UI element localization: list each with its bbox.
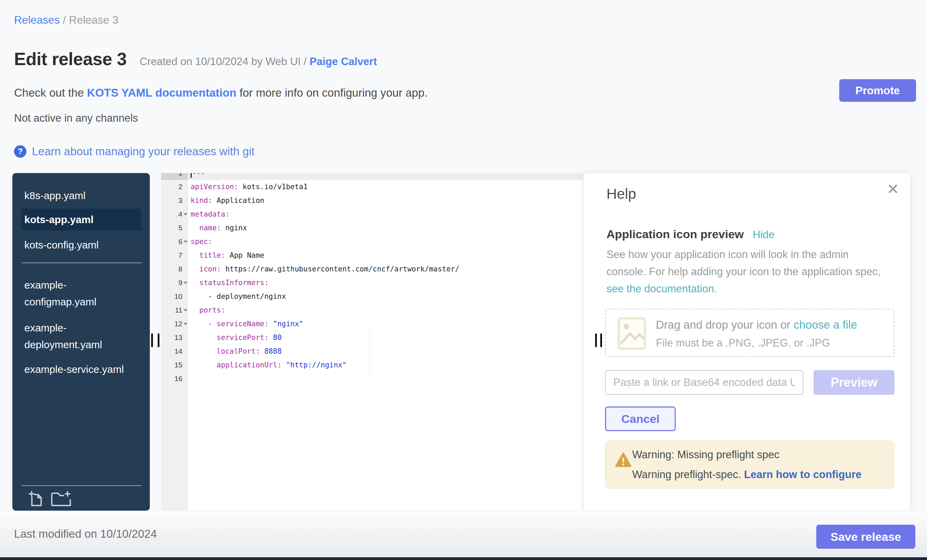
file-sidebar: k8s-app.yamlkots-app.yamlkots-config.yam…: [12, 173, 150, 511]
code-text[interactable]: name: nginx: [188, 221, 583, 235]
breadcrumb-current: Release 3: [69, 14, 118, 26]
choose-file-link[interactable]: choose a file: [794, 319, 857, 331]
question-mark-icon: ?: [14, 145, 26, 158]
help-resize-handle[interactable]: [595, 334, 597, 347]
code-text[interactable]: servicePort: 80: [188, 331, 583, 344]
sidebar-divider: [21, 263, 141, 263]
learn-configure-link[interactable]: Learn how to configure: [744, 469, 862, 481]
code-text[interactable]: icon: https://raw.githubusercontent.com/…: [188, 262, 583, 276]
fold-arrow-icon[interactable]: [184, 309, 187, 314]
fold-arrow-icon[interactable]: [184, 282, 187, 286]
code-line[interactable]: 1---: [161, 173, 583, 180]
sidebar-item-example-service.yaml[interactable]: example-service.yaml: [12, 362, 150, 377]
file-label: kots-config.yaml: [24, 238, 150, 253]
code-line[interactable]: 10 - deployment/nginx: [161, 290, 583, 303]
file-label: example-service.yaml: [24, 362, 150, 377]
yaml-editor[interactable]: 1---2apiVersion: kots.io/v1beta13kind: A…: [161, 173, 583, 511]
line-number: 10: [161, 290, 188, 303]
fold-arrow-icon[interactable]: [184, 241, 187, 245]
code-line[interactable]: 3kind: Application: [161, 194, 583, 207]
warning-detail: Warning preflight-spec. Learn how to con…: [632, 469, 862, 481]
file-label: deployment.yaml: [24, 336, 150, 353]
code-line[interactable]: 15 applicationUrl: "http://nginx": [161, 358, 583, 372]
code-text[interactable]: - serviceName: "nginx": [188, 317, 583, 331]
code-line[interactable]: 7 title: App Name: [161, 249, 583, 262]
see-documentation-link[interactable]: see the documentation: [606, 283, 714, 295]
code-text[interactable]: [188, 372, 583, 385]
code-lines: 1---2apiVersion: kots.io/v1beta13kind: A…: [161, 173, 583, 385]
file-label: example-: [24, 319, 150, 336]
file-label: configmap.yaml: [24, 293, 150, 310]
code-text[interactable]: apiVersion: kots.io/v1beta1: [188, 180, 583, 194]
code-line[interactable]: 13 servicePort: 80: [161, 331, 583, 344]
created-info: Created on 10/10/2024 by Web UI / Paige …: [140, 56, 377, 68]
code-text[interactable]: title: App Name: [188, 249, 583, 262]
sidebar-item-k8s-app.yaml[interactable]: k8s-app.yaml: [12, 188, 150, 203]
icon-url-input[interactable]: [605, 370, 803, 395]
icon-dropzone[interactable]: Drag and drop your icon or choose a file…: [605, 309, 894, 357]
created-author-link[interactable]: Paige Calvert: [310, 56, 377, 68]
preview-button[interactable]: Preview: [813, 370, 894, 395]
code-line[interactable]: 6spec:: [161, 235, 583, 249]
code-line[interactable]: 12 - serviceName: "nginx": [161, 317, 583, 331]
sidebar-resize-handle[interactable]: [158, 334, 160, 347]
warning-triangle-icon: [615, 452, 632, 468]
fold-arrow-icon[interactable]: [184, 213, 187, 218]
sidebar-item-example-configmap.yaml[interactable]: example-configmap.yaml: [12, 276, 150, 310]
line-number: 2: [161, 180, 188, 194]
close-icon[interactable]: ✕: [886, 182, 899, 197]
code-text[interactable]: ports:: [188, 303, 583, 317]
code-text[interactable]: - deployment/nginx: [188, 290, 583, 303]
code-line[interactable]: 14 localPort: 8888: [161, 344, 583, 358]
sidebar-item-example-deployment.yaml[interactable]: example-deployment.yaml: [12, 319, 150, 353]
breadcrumb: Releases / Release 3: [14, 14, 118, 26]
code-text[interactable]: localPort: 8888: [188, 344, 583, 358]
line-number: 12: [161, 317, 188, 331]
new-folder-icon[interactable]: [50, 490, 72, 507]
line-number: 3: [161, 194, 188, 207]
file-label: example-: [24, 276, 150, 293]
cancel-button[interactable]: Cancel: [605, 407, 676, 431]
channel-status-text: Not active in any channels: [14, 112, 138, 124]
code-text[interactable]: applicationUrl: "http://nginx": [188, 358, 583, 372]
line-number: 4: [161, 207, 188, 221]
promote-button[interactable]: Promote: [839, 79, 916, 102]
sidebar-actions: [29, 490, 72, 507]
code-line[interactable]: 4metadata:: [161, 207, 583, 221]
icon-preview-header: Application icon preview Hide: [606, 228, 774, 241]
code-text[interactable]: ---: [188, 173, 583, 180]
breadcrumb-separator: /: [60, 14, 69, 26]
last-modified-text: Last modified on 10/10/2024: [14, 527, 157, 540]
preflight-warning-box: Warning: Missing preflight spec Warning …: [605, 441, 894, 489]
breadcrumb-releases-link[interactable]: Releases: [14, 14, 60, 26]
warning-title: Warning: Missing preflight spec: [632, 449, 780, 461]
code-line[interactable]: 11 ports:: [161, 303, 583, 317]
hide-link[interactable]: Hide: [753, 229, 775, 241]
code-line[interactable]: 16: [161, 372, 583, 385]
sidebar-item-kots-app.yaml[interactable]: kots-app.yaml: [21, 209, 141, 231]
sidebar-item-kots-config.yaml[interactable]: kots-config.yaml: [12, 238, 150, 253]
code-line[interactable]: 8 icon: https://raw.githubusercontent.co…: [161, 262, 583, 276]
file-list: k8s-app.yamlkots-app.yamlkots-config.yam…: [12, 188, 150, 382]
sidebar-resize-handle[interactable]: [151, 334, 153, 347]
help-resize-handle[interactable]: [600, 334, 602, 347]
code-text[interactable]: spec:: [188, 235, 583, 249]
code-line[interactable]: 5 name: nginx: [161, 221, 583, 235]
icon-url-row: Preview: [605, 370, 894, 395]
file-label: k8s-app.yaml: [24, 188, 150, 203]
fold-arrow-icon[interactable]: [184, 323, 187, 327]
code-text[interactable]: metadata:: [188, 207, 583, 221]
line-number: 16: [161, 372, 188, 385]
save-release-button[interactable]: Save release: [816, 525, 915, 549]
code-text[interactable]: statusInformers:: [188, 276, 583, 290]
learn-git-link[interactable]: ? Learn about managing your releases wit…: [14, 145, 254, 158]
code-line[interactable]: 2apiVersion: kots.io/v1beta1: [161, 180, 583, 194]
kots-yaml-docs-link[interactable]: KOTS YAML documentation: [87, 87, 237, 99]
code-text[interactable]: kind: Application: [188, 194, 583, 207]
line-number: 5: [161, 221, 188, 235]
code-line[interactable]: 9 statusInformers:: [161, 276, 583, 290]
text-cursor: [191, 173, 191, 178]
indent-guide: [369, 331, 370, 372]
new-file-icon[interactable]: [29, 490, 43, 507]
description-line: See how your application icon will look …: [606, 246, 881, 263]
